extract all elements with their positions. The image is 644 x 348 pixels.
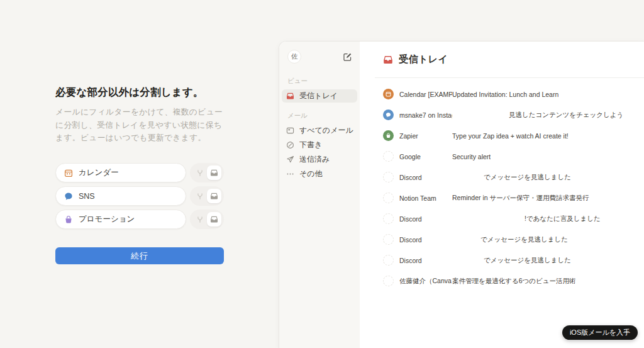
continue-button[interactable]: 続行 bbox=[55, 247, 224, 264]
tray-view-button[interactable] bbox=[207, 166, 221, 180]
sender-avatar-placeholder bbox=[383, 193, 394, 203]
mail-subject: Updated Invitation: Lunch and Learn bbox=[452, 91, 558, 98]
filter-view-toggle bbox=[190, 163, 224, 182]
mail-sender: Discord bbox=[399, 257, 452, 264]
split-icon[interactable] bbox=[196, 192, 204, 201]
mail-preview-panel: 佐 ビュー 受信トレイ メール すべてのメール bbox=[279, 41, 644, 348]
chat-bubble-icon bbox=[64, 192, 73, 201]
split-icon[interactable] bbox=[196, 169, 204, 177]
filter-label: SNS bbox=[79, 192, 95, 201]
filter-row-sns: SNS bbox=[55, 186, 224, 206]
sidebar-section-mail: メール すべてのメール 下書き 送信済み bbox=[282, 111, 357, 181]
inbox-pane: 受信トレイ Calendar [EXAMPLE] Updated Invitat… bbox=[360, 42, 644, 348]
mail-sender: 佐藤健介（Canva） bbox=[399, 277, 452, 286]
tray-view-button[interactable] bbox=[207, 212, 221, 227]
mail-row[interactable]: Zapier Type your Zap idea + watch AI cre… bbox=[375, 125, 644, 146]
mail-subject: !であなたに言及しました bbox=[525, 215, 601, 223]
sidebar-item-other[interactable]: その他 bbox=[282, 167, 357, 181]
mail-sender: Zapier bbox=[399, 132, 452, 140]
tray-view-button[interactable] bbox=[207, 189, 221, 203]
filter-row-calendar: カレンダー bbox=[55, 163, 224, 182]
filter-input-calendar[interactable]: カレンダー bbox=[55, 163, 186, 182]
sender-avatar-placeholder bbox=[383, 234, 394, 245]
sidebar-item-label: 送信済み bbox=[299, 154, 330, 165]
more-icon bbox=[286, 170, 294, 178]
all-mail-icon bbox=[286, 126, 294, 135]
sender-avatar-placeholder bbox=[383, 151, 394, 162]
mail-sender: msnake7 on Instagr... bbox=[399, 111, 452, 119]
account-avatar[interactable]: 佐 bbox=[287, 50, 301, 64]
mail-sender: Discord bbox=[399, 174, 452, 181]
sidebar-item-label: その他 bbox=[299, 169, 323, 179]
mail-row[interactable]: Notion Team Reminder in サーバー保守・運用費請求書発行 bbox=[375, 188, 644, 208]
sender-avatar-placeholder bbox=[383, 276, 394, 286]
mail-subject: Reminder in サーバー保守・運用費請求書発行 bbox=[452, 194, 589, 203]
inbox-icon bbox=[383, 55, 393, 65]
mail-sender: Google bbox=[399, 153, 452, 160]
filter-row-promotion: プロモーション bbox=[55, 210, 224, 229]
mail-sender: Discord bbox=[399, 215, 452, 223]
sidebar-header: 佐 bbox=[282, 50, 357, 64]
section-label-views: ビュー bbox=[282, 77, 357, 86]
calendar-icon bbox=[64, 169, 73, 177]
mail-row[interactable]: 佐藤健介（Canva） 案件管理を最適化する6つのビュー活用術 bbox=[375, 271, 644, 291]
mail-sender: Notion Team bbox=[399, 194, 452, 202]
sidebar-item-inbox[interactable]: 受信トレイ bbox=[282, 89, 357, 103]
sender-avatar-placeholder bbox=[383, 213, 394, 224]
sidebar-item-all-mail[interactable]: すべてのメール bbox=[282, 124, 357, 137]
filter-view-toggle bbox=[190, 210, 224, 229]
mail-subject: Security alert bbox=[452, 153, 491, 160]
filter-view-toggle bbox=[190, 186, 224, 206]
inbox-icon bbox=[286, 92, 294, 100]
filter-input-sns[interactable]: SNS bbox=[55, 186, 186, 206]
filter-label: プロモーション bbox=[79, 214, 135, 225]
inbox-title: 受信トレイ bbox=[399, 53, 448, 65]
mail-subject: 見逃したコンテンツをチェックしよう bbox=[509, 111, 623, 120]
mail-subject: 案件管理を最適化する6つのビュー活用術 bbox=[452, 277, 576, 286]
inbox-header: 受信トレイ bbox=[375, 42, 644, 78]
mail-sender: Calendar [EXAMPLE] bbox=[399, 91, 452, 98]
split-icon[interactable] bbox=[196, 215, 204, 224]
filter-label: カレンダー bbox=[79, 167, 119, 178]
sidebar-item-label: すべてのメール bbox=[299, 125, 353, 136]
section-label-mail: メール bbox=[282, 111, 357, 120]
send-icon bbox=[286, 155, 294, 164]
page-description: メールにフィルターをかけて、複数のビューに分割し、受信トレイを見やすい状態に保ち… bbox=[55, 106, 224, 145]
sender-avatar-basket-icon bbox=[383, 130, 394, 141]
mail-subject: でメッセージを見逃しました bbox=[484, 173, 571, 182]
mail-row[interactable]: Discord !であなたに言及しました bbox=[375, 208, 644, 229]
sender-avatar-calendar-icon bbox=[383, 89, 394, 99]
mail-sidebar: 佐 ビュー 受信トレイ メール すべてのメール bbox=[279, 42, 360, 348]
mail-subject: でメッセージを見逃しました bbox=[484, 256, 571, 265]
sender-avatar-chat-icon bbox=[383, 109, 394, 120]
mail-sender: Discord bbox=[399, 236, 452, 244]
sidebar-item-drafts[interactable]: 下書き bbox=[282, 138, 357, 152]
sidebar-item-sent[interactable]: 送信済み bbox=[282, 153, 357, 166]
sender-avatar-placeholder bbox=[383, 172, 394, 182]
mail-row[interactable]: Discord でメッセージを見逃しました bbox=[375, 250, 644, 271]
draft-icon bbox=[286, 141, 294, 149]
mail-list: Calendar [EXAMPLE] Updated Invitation: L… bbox=[375, 78, 644, 291]
compose-icon[interactable] bbox=[343, 52, 352, 62]
sidebar-section-views: ビュー 受信トレイ bbox=[282, 77, 357, 103]
sidebar-item-label: 下書き bbox=[299, 140, 322, 150]
onboarding-panel: 必要な部分以外は分割します。 メールにフィルターをかけて、複数のビューに分割し、… bbox=[55, 86, 224, 264]
ios-mail-button[interactable]: iOS版メールを入手 bbox=[562, 325, 638, 340]
mail-subject: でメッセージを見逃しました bbox=[480, 235, 568, 244]
mail-row[interactable]: Discord でメッセージを見逃しました bbox=[375, 229, 644, 250]
mail-subject: Type your Zap idea + watch AI create it! bbox=[452, 132, 569, 140]
mail-row[interactable]: Calendar [EXAMPLE] Updated Invitation: L… bbox=[375, 84, 644, 104]
page-title: 必要な部分以外は分割します。 bbox=[55, 86, 224, 99]
filter-input-promotion[interactable]: プロモーション bbox=[55, 210, 186, 229]
mail-row[interactable]: Discord でメッセージを見逃しました bbox=[375, 167, 644, 188]
sidebar-item-label: 受信トレイ bbox=[299, 91, 338, 101]
mail-row[interactable]: Google Security alert bbox=[375, 146, 644, 167]
basket-icon bbox=[64, 215, 73, 224]
mail-row[interactable]: msnake7 on Instagr... 見逃したコンテンツをチェックしよう bbox=[375, 104, 644, 125]
sender-avatar-placeholder bbox=[383, 255, 394, 266]
